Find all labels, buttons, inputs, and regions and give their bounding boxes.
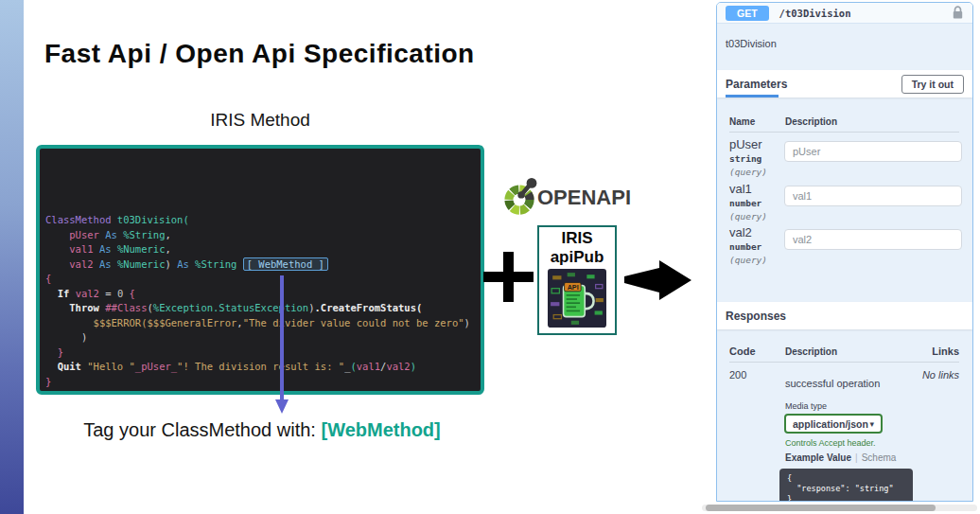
chevron-down-icon: ▾ [869, 419, 874, 429]
param-type: number [729, 241, 761, 252]
param-name: val1 [729, 182, 752, 196]
plus-icon [483, 252, 534, 302]
apipub-mug-label: API [568, 283, 579, 292]
response-col-links: Links [932, 346, 959, 357]
iris-apipub-box: IRIS apiPub API [537, 225, 617, 335]
tab-separator: | [855, 452, 858, 463]
example-schema-tabs: Example Value|Schema [785, 452, 896, 463]
openapi-logo: OPENAPI [495, 173, 656, 222]
auth-lock-icon[interactable] [952, 6, 964, 20]
parameters-tab-underline [726, 95, 779, 97]
iris-apipub-line1: IRIS [539, 229, 615, 248]
transform-arrow-icon [624, 258, 693, 302]
example-json-block: { "response": "string" } [779, 469, 913, 502]
http-method-badge: GET [726, 6, 769, 21]
example-line: } [787, 494, 905, 502]
tab-schema[interactable]: Schema [862, 452, 897, 463]
parameters-section-header: Parameters Try it out [717, 70, 972, 97]
param-type: number [729, 198, 761, 208]
response-col-code: Code [729, 346, 756, 357]
response-links: No links [922, 369, 959, 381]
param-location: (query) [729, 167, 767, 177]
param-name: pUser [729, 137, 762, 151]
responses-label: Responses [726, 310, 786, 323]
iris-apipub-line2: apiPub [539, 248, 615, 267]
code-caption: IRIS Method [36, 110, 484, 131]
responses-section-header: Responses [717, 302, 972, 329]
media-type-value: application/json [793, 418, 868, 430]
operation-header[interactable]: GET /t03Division [717, 3, 972, 24]
operation-summary: t03Division [726, 38, 777, 49]
divider [729, 132, 959, 133]
tag-instruction-highlight: [WebMethod] [321, 419, 440, 440]
param-col-name: Name [729, 116, 755, 127]
tab-example-value[interactable]: Example Value [785, 452, 851, 463]
controls-accept-note: Controls Accept header. [785, 438, 876, 448]
example-line: "response": "string" [787, 484, 905, 494]
param-location: (query) [729, 211, 767, 222]
param-type: string [729, 153, 761, 164]
param-location: (query) [729, 255, 767, 265]
operation-path: /t03Division [779, 8, 851, 19]
tag-instruction: Tag your ClassMethod with: [WebMethod] [36, 419, 488, 441]
param-col-description: Description [785, 116, 837, 127]
try-it-out-button[interactable]: Try it out [901, 75, 964, 94]
param-input-val1[interactable] [784, 186, 962, 206]
webmethod-pointer-arrowhead-icon [275, 399, 289, 414]
openapi-wordmark: OPENAPI [537, 186, 631, 210]
horizontal-scrollbar[interactable] [702, 505, 977, 511]
response-description: successful operation [785, 378, 880, 389]
webmethod-pointer-arrow [280, 275, 284, 400]
page-title: Fast Api / Open Api Specification [44, 39, 475, 69]
swagger-operation-panel: GET /t03Division t03Division Parameters … [716, 2, 973, 502]
code-lines: ClassMethod t03Division( pUser As %Strin… [45, 213, 470, 389]
slide-canvas: Fast Api / Open Api Specification IRIS M… [0, 0, 980, 514]
parameters-tab[interactable]: Parameters [726, 78, 787, 91]
response-col-description: Description [785, 346, 837, 357]
iris-code-block: ClassMethod t03Division( pUser As %Strin… [36, 145, 484, 395]
media-type-select[interactable]: application/json ▾ [784, 414, 883, 434]
horizontal-scrollbar-thumb[interactable] [706, 505, 936, 511]
apipub-mug-icon: API [548, 269, 606, 328]
slide-edge-gradient [0, 0, 24, 514]
param-input-puser[interactable] [784, 141, 962, 162]
response-code: 200 [729, 369, 746, 381]
example-line: { [787, 473, 905, 484]
divider [729, 362, 959, 363]
param-input-val2[interactable] [784, 229, 962, 250]
tag-instruction-text: Tag your ClassMethod with: [83, 419, 321, 440]
media-type-label: Media type [785, 401, 827, 411]
param-name: val2 [729, 225, 752, 239]
